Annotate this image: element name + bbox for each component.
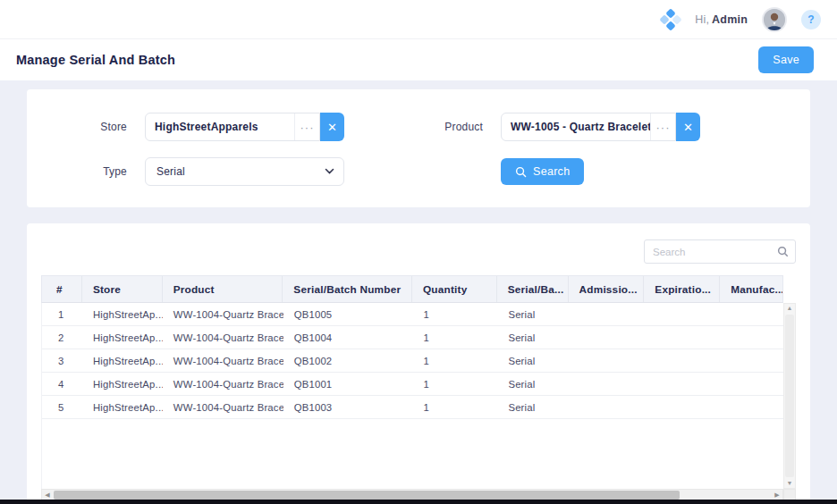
- cell-store: HighStreetAp...: [82, 326, 163, 349]
- column-header-store: Store: [82, 276, 163, 302]
- cell-manufacture: [721, 396, 783, 418]
- product-value: WW-1005 - Quartz Bracelet Wa: [502, 121, 650, 133]
- filter-search-button[interactable]: Search: [501, 158, 584, 185]
- cell-quantity: 1: [413, 326, 498, 349]
- filter-panel: Store HighStreetApparels ··· ✕ Product W…: [27, 89, 810, 207]
- cell-admission: [569, 349, 645, 372]
- bottom-bar: [0, 500, 837, 504]
- cell-product: WW-1004-Quartz Brace...: [163, 373, 283, 395]
- cell-store: HighStreetAp...: [82, 396, 163, 418]
- table-row[interactable]: 3 HighStreetAp... WW-1004-Quartz Brace..…: [42, 349, 783, 373]
- cell-serial-batch-type: Serial: [497, 326, 569, 349]
- save-button[interactable]: Save: [758, 46, 814, 73]
- cell-serial-batch-type: Serial: [497, 303, 569, 325]
- table-body: 1 HighStreetAp... WW-1004-Quartz Brace..…: [41, 303, 783, 489]
- search-icon: [515, 166, 527, 178]
- type-selected-value: Serial: [156, 165, 185, 178]
- vertical-scrollbar-thumb[interactable]: [785, 315, 794, 477]
- column-header-quantity: Quantity: [412, 276, 497, 302]
- cell-product: WW-1004-Quartz Brace...: [163, 349, 283, 372]
- data-grid: # Store Product Serial/Batch Number Quan…: [41, 275, 796, 500]
- cell-expiration: [645, 326, 721, 349]
- cell-manufacture: [721, 303, 783, 325]
- scroll-up-icon[interactable]: ▲: [786, 304, 792, 313]
- filter-actions: Search: [418, 157, 774, 186]
- scroll-down-icon[interactable]: ▼: [786, 479, 792, 488]
- table-search-input[interactable]: [644, 239, 796, 264]
- cell-index: 4: [42, 373, 82, 395]
- column-header-admission: Admissio...: [569, 276, 645, 302]
- chevron-down-icon: [325, 168, 334, 175]
- store-clear-icon[interactable]: ✕: [320, 113, 344, 141]
- topbar: Hi,Admin ?: [0, 0, 837, 39]
- cell-expiration: [645, 373, 721, 395]
- table-row[interactable]: 5 HighStreetAp... WW-1004-Quartz Brace..…: [42, 396, 783, 419]
- page-header: Manage Serial And Batch Save: [0, 39, 837, 80]
- cell-admission: [569, 396, 645, 418]
- store-browse-button[interactable]: ···: [294, 113, 319, 140]
- cell-serial-batch-number: QB1005: [283, 303, 413, 325]
- column-header-manufacture: Manufac...: [720, 276, 782, 302]
- product-field: Product WW-1005 - Quartz Bracelet Wa ···…: [418, 113, 774, 141]
- horizontal-scrollbar-thumb[interactable]: [54, 491, 680, 500]
- user-avatar[interactable]: [762, 7, 787, 32]
- product-label: Product: [418, 121, 483, 133]
- help-icon[interactable]: ?: [801, 10, 821, 29]
- page-title: Manage Serial And Batch: [16, 53, 175, 67]
- cell-product: WW-1004-Quartz Brace...: [163, 396, 283, 418]
- cell-admission: [569, 373, 645, 395]
- table-row[interactable]: 1 HighStreetAp... WW-1004-Quartz Brace..…: [42, 303, 783, 326]
- cell-manufacture: [721, 349, 783, 372]
- type-select[interactable]: Serial: [145, 157, 344, 186]
- store-input[interactable]: HighStreetApparels ···: [145, 113, 320, 141]
- cell-serial-batch-type: Serial: [497, 349, 569, 372]
- cell-manufacture: [721, 326, 783, 349]
- table-search-icon: [777, 246, 789, 257]
- cell-quantity: 1: [413, 303, 498, 325]
- cell-admission: [569, 326, 645, 349]
- type-label: Type: [63, 165, 127, 178]
- cell-store: HighStreetAp...: [82, 303, 163, 325]
- cell-expiration: [645, 303, 721, 325]
- cell-product: WW-1004-Quartz Brace...: [163, 303, 283, 325]
- type-field: Type Serial: [63, 157, 418, 186]
- column-header-product: Product: [163, 276, 283, 302]
- cell-quantity: 1: [413, 349, 498, 372]
- cell-index: 5: [42, 396, 82, 418]
- username: Admin: [712, 13, 748, 26]
- cell-index: 2: [42, 326, 82, 349]
- cell-manufacture: [721, 373, 783, 395]
- table-row[interactable]: 2 HighStreetAp... WW-1004-Quartz Brace..…: [42, 326, 783, 349]
- cell-serial-batch-number: QB1001: [283, 373, 413, 395]
- cell-serial-batch-type: Serial: [497, 373, 569, 395]
- avatar-image: [764, 9, 785, 30]
- cell-product: WW-1004-Quartz Brace...: [163, 326, 283, 349]
- column-header-index: #: [42, 276, 82, 302]
- column-header-expiration: Expiratio...: [644, 276, 720, 302]
- store-field: Store HighStreetApparels ··· ✕: [63, 113, 418, 141]
- cell-expiration: [645, 396, 721, 418]
- product-clear-icon[interactable]: ✕: [676, 113, 700, 141]
- apps-grid-icon[interactable]: [661, 10, 681, 29]
- column-header-serial-batch-type: Serial/Ba...: [497, 276, 569, 302]
- cell-store: HighStreetAp...: [82, 373, 163, 395]
- product-browse-button[interactable]: ···: [650, 113, 675, 140]
- scroll-right-icon[interactable]: ▶: [772, 491, 782, 499]
- column-header-serial-batch-number: Serial/Batch Number: [283, 276, 412, 302]
- cell-index: 1: [42, 303, 82, 325]
- table-row[interactable]: 4 HighStreetAp... WW-1004-Quartz Brace..…: [42, 373, 783, 396]
- scroll-left-icon[interactable]: ◀: [42, 491, 53, 499]
- vertical-scrollbar[interactable]: ▲ ▼: [783, 303, 796, 489]
- cell-quantity: 1: [413, 396, 498, 418]
- cell-admission: [569, 303, 645, 325]
- cell-serial-batch-type: Serial: [497, 396, 569, 418]
- cell-store: HighStreetAp...: [82, 349, 163, 372]
- cell-expiration: [645, 349, 721, 372]
- store-label: Store: [63, 121, 127, 133]
- grid-header-row: # Store Product Serial/Batch Number Quan…: [41, 275, 783, 303]
- cell-serial-batch-number: QB1003: [283, 396, 413, 418]
- cell-quantity: 1: [413, 373, 498, 395]
- cell-index: 3: [42, 349, 82, 372]
- results-panel: # Store Product Serial/Batch Number Quan…: [27, 223, 810, 504]
- product-input[interactable]: WW-1005 - Quartz Bracelet Wa ···: [501, 113, 676, 141]
